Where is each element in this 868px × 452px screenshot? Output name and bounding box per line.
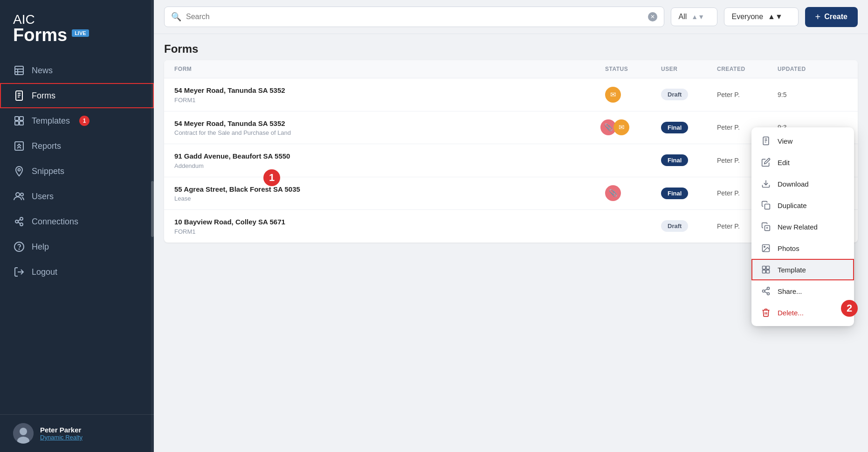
trash-icon [761, 307, 771, 318]
sidebar-item-label: News [32, 66, 53, 76]
new-related-icon [761, 222, 771, 232]
template-label: Template [778, 266, 806, 274]
sidebar: AIC Forms LIVE News Forms Templates 1 [0, 0, 154, 452]
template-icon [761, 264, 771, 275]
svg-rect-8 [15, 117, 19, 120]
main-content: 🔍 ✕ All ▲▼ Everyone ▲▼ + Create Forms FO… [154, 0, 868, 452]
svg-rect-32 [765, 204, 770, 209]
context-menu-delete[interactable]: Delete... [751, 302, 854, 323]
svg-point-18 [20, 223, 23, 226]
edit-label: Edit [778, 159, 790, 167]
sidebar-item-label: Reports [32, 141, 61, 151]
sidebar-item-forms[interactable]: Forms [0, 83, 154, 108]
view-label: View [778, 137, 792, 145]
svg-line-20 [18, 222, 20, 224]
news-icon [13, 64, 25, 76]
connections-icon [13, 216, 25, 228]
avatar [13, 423, 34, 444]
svg-rect-41 [766, 270, 770, 273]
svg-rect-0 [15, 66, 23, 75]
view-icon [761, 136, 771, 146]
search-icon: 🔍 [171, 12, 181, 22]
share-label: Share... [778, 287, 802, 295]
user-org[interactable]: Dynamic Realty [40, 434, 83, 441]
sidebar-item-label: Connections [32, 217, 78, 227]
svg-rect-11 [20, 121, 23, 125]
logout-icon [13, 266, 25, 278]
svg-point-25 [20, 428, 27, 435]
delete-label: Delete... [778, 309, 804, 317]
help-icon [13, 241, 25, 253]
context-menu-duplicate[interactable]: Duplicate [751, 195, 854, 216]
context-menu-overlay: View Edit Download [154, 34, 868, 452]
sidebar-item-label: Snippets [32, 167, 64, 176]
duplicate-label: Duplicate [778, 202, 807, 209]
svg-point-42 [767, 287, 770, 290]
live-badge: LIVE [72, 29, 89, 37]
svg-point-44 [767, 292, 770, 295]
context-menu-template[interactable]: Template [751, 259, 854, 280]
sidebar-item-connections[interactable]: Connections [0, 209, 154, 234]
sidebar-item-help[interactable]: Help [0, 234, 154, 259]
svg-point-16 [15, 220, 18, 223]
app-title-forms: Forms [13, 26, 67, 44]
svg-point-14 [16, 193, 20, 196]
svg-line-46 [765, 289, 767, 290]
sidebar-item-news[interactable]: News [0, 58, 154, 83]
toolbar: 🔍 ✕ All ▲▼ Everyone ▲▼ + Create [154, 0, 868, 34]
sidebar-item-label: Forms [32, 91, 55, 101]
sidebar-nav: News Forms Templates 1 Reports [0, 53, 154, 414]
context-menu-edit[interactable]: Edit [751, 152, 854, 173]
svg-line-19 [18, 220, 20, 222]
context-menu-photos[interactable]: Photos [751, 237, 854, 259]
context-menu-new-related[interactable]: New Related [751, 216, 854, 237]
svg-rect-39 [766, 266, 770, 270]
svg-rect-38 [763, 266, 766, 270]
sidebar-item-users[interactable]: Users [0, 184, 154, 209]
sidebar-item-templates[interactable]: Templates 1 [0, 108, 154, 133]
sidebar-item-logout[interactable]: Logout [0, 259, 154, 285]
search-input[interactable] [186, 13, 643, 21]
photos-label: Photos [778, 244, 799, 252]
filter-all-select[interactable]: All ▲▼ [671, 7, 717, 26]
filter-everyone-select[interactable]: Everyone ▲▼ [724, 7, 799, 26]
sidebar-user-info: Peter Parker Dynamic Realty [40, 426, 83, 441]
svg-point-17 [20, 217, 23, 220]
svg-point-37 [764, 246, 765, 248]
svg-rect-9 [20, 117, 23, 120]
context-menu-share[interactable]: Share... [751, 280, 854, 302]
filter-all-chevron: ▲▼ [691, 13, 704, 21]
templates-badge: 1 [79, 116, 90, 126]
sidebar-item-reports[interactable]: Reports [0, 133, 154, 159]
context-menu-view[interactable]: View [751, 130, 854, 152]
sidebar-footer: Peter Parker Dynamic Realty [0, 414, 154, 452]
share-icon [761, 286, 771, 296]
sidebar-item-label: Help [32, 242, 49, 252]
svg-line-45 [765, 292, 767, 293]
context-menu: View Edit Download [751, 127, 854, 326]
create-button[interactable]: + Create [805, 7, 858, 27]
reports-icon [13, 140, 25, 152]
filter-everyone-chevron: ▲▼ [768, 13, 783, 21]
svg-point-43 [763, 290, 765, 292]
download-label: Download [778, 180, 809, 188]
create-plus-icon: + [815, 12, 821, 22]
content-area: Forms FORM STATUS USER CREATED UPDATED 5… [154, 34, 868, 452]
filter-all-label: All [679, 13, 687, 21]
app-title-aic: AIC [13, 13, 141, 26]
svg-point-13 [18, 169, 21, 171]
app-logo: AIC Forms LIVE [0, 0, 154, 53]
search-box: 🔍 ✕ [164, 7, 664, 27]
snippets-icon [13, 165, 25, 177]
svg-rect-40 [763, 270, 766, 273]
sidebar-item-snippets[interactable]: Snippets [0, 159, 154, 184]
forms-icon [13, 90, 25, 102]
svg-rect-10 [15, 121, 19, 125]
context-menu-download[interactable]: Download [751, 173, 854, 195]
svg-point-15 [21, 193, 23, 196]
new-related-label: New Related [778, 223, 818, 231]
user-name: Peter Parker [40, 426, 83, 434]
sidebar-item-label: Templates [32, 116, 70, 126]
sidebar-item-label: Users [32, 192, 54, 202]
search-clear-button[interactable]: ✕ [648, 12, 657, 21]
